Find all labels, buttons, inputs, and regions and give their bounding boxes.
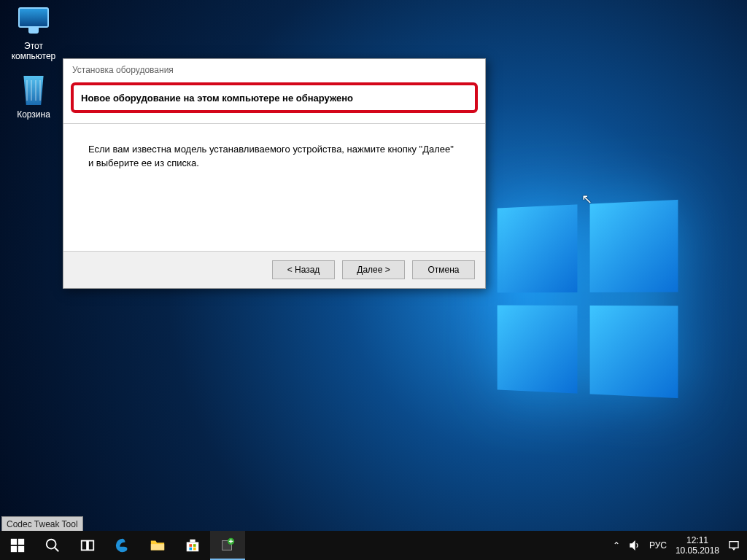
svg-rect-0 bbox=[11, 539, 17, 545]
language-indicator[interactable]: РУС bbox=[649, 540, 667, 551]
search-icon bbox=[44, 537, 61, 553]
svg-rect-14 bbox=[193, 548, 196, 551]
desktop-icon-label: Корзина bbox=[6, 109, 61, 120]
task-view-icon bbox=[80, 537, 96, 553]
svg-rect-13 bbox=[189, 548, 192, 551]
windows-icon bbox=[9, 537, 26, 553]
start-button[interactable] bbox=[0, 531, 35, 560]
taskbar: ⌃ РУС 12:11 10.05.2018 bbox=[0, 531, 747, 560]
recycle-bin-icon bbox=[18, 76, 49, 106]
desktop: Этот компьютер Корзина Установка оборудо… bbox=[0, 0, 747, 560]
back-button[interactable]: < Назад bbox=[272, 260, 335, 279]
task-view-button[interactable] bbox=[70, 531, 105, 560]
desktop-icon-label: Этот компьютер bbox=[6, 41, 61, 61]
svg-rect-10 bbox=[190, 540, 195, 542]
microsoft-store-button[interactable] bbox=[175, 531, 210, 560]
svg-rect-12 bbox=[193, 544, 196, 547]
clock-time: 12:11 bbox=[676, 535, 719, 545]
box-plus-icon bbox=[220, 537, 236, 553]
dialog-header: Новое оборудование на этом компьютере не… bbox=[63, 78, 485, 124]
tray-chevron-up-icon[interactable]: ⌃ bbox=[613, 540, 620, 551]
running-app-button[interactable] bbox=[210, 531, 245, 560]
svg-rect-3 bbox=[18, 546, 24, 552]
dialog-body-text: Если вам известна модель устанавливаемог… bbox=[63, 124, 485, 251]
search-button[interactable] bbox=[35, 531, 70, 560]
headline-highlight: Новое оборудование на этом компьютере не… bbox=[71, 82, 478, 113]
taskbar-tooltip: Codec Tweak Tool bbox=[1, 516, 83, 532]
svg-rect-1 bbox=[18, 539, 24, 545]
system-tray: ⌃ РУС 12:11 10.05.2018 bbox=[605, 535, 747, 556]
svg-rect-20 bbox=[729, 542, 738, 548]
dialog-title: Установка оборудования bbox=[63, 59, 485, 78]
next-button[interactable]: Далее > bbox=[342, 260, 405, 279]
svg-rect-8 bbox=[151, 544, 164, 550]
windows-logo-wallpaper bbox=[498, 200, 678, 398]
clock[interactable]: 12:11 10.05.2018 bbox=[676, 535, 719, 556]
action-center-icon[interactable] bbox=[728, 540, 740, 551]
folder-icon bbox=[150, 537, 166, 553]
file-explorer-button[interactable] bbox=[140, 531, 175, 560]
store-icon bbox=[185, 537, 201, 553]
volume-icon[interactable] bbox=[629, 540, 640, 551]
svg-rect-6 bbox=[82, 541, 87, 551]
edge-icon bbox=[115, 537, 131, 553]
svg-marker-19 bbox=[630, 542, 635, 550]
clock-date: 10.05.2018 bbox=[676, 545, 719, 556]
dialog-headline: Новое оборудование на этом компьютере не… bbox=[81, 93, 353, 104]
desktop-icon-recycle-bin[interactable]: Корзина bbox=[6, 76, 61, 120]
monitor-icon bbox=[18, 7, 49, 38]
svg-rect-9 bbox=[187, 542, 199, 551]
cancel-button[interactable]: Отмена bbox=[412, 260, 475, 279]
edge-button[interactable] bbox=[105, 531, 140, 560]
desktop-icon-this-pc[interactable]: Этот компьютер bbox=[6, 7, 61, 61]
svg-point-4 bbox=[47, 540, 56, 549]
svg-rect-2 bbox=[11, 546, 17, 552]
svg-rect-11 bbox=[189, 544, 192, 547]
dialog-footer: < Назад Далее > Отмена bbox=[63, 251, 485, 288]
svg-line-5 bbox=[55, 548, 59, 552]
svg-rect-7 bbox=[88, 541, 93, 551]
hardware-install-dialog: Установка оборудования Новое оборудовани… bbox=[63, 58, 486, 289]
